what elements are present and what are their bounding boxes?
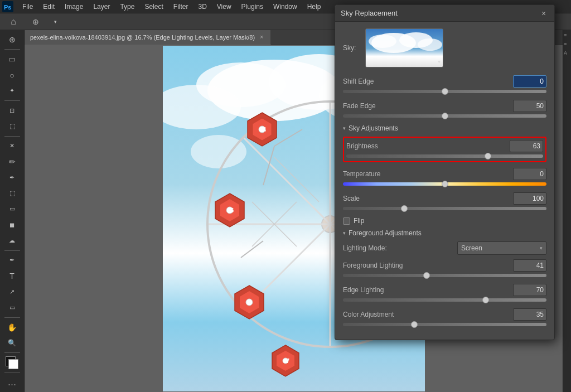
menu-plugins[interactable]: Plugins: [237, 2, 268, 12]
panel-btn-2[interactable]: ≡: [564, 41, 570, 48]
tool-brush[interactable]: ✏: [3, 154, 21, 169]
temperature-label: Temperature: [343, 170, 513, 178]
tool-lasso[interactable]: ○: [3, 68, 21, 83]
home-btn[interactable]: ⌂: [4, 14, 22, 30]
shift-edge-slider-thumb[interactable]: [442, 88, 448, 95]
tool-pen[interactable]: ✒: [3, 253, 21, 268]
tool-hand[interactable]: ✋: [3, 320, 21, 335]
tool-move[interactable]: ⊕: [3, 32, 21, 47]
tool-crop[interactable]: ⊡: [3, 103, 21, 118]
edge-lighting-slider-row: [343, 298, 546, 302]
brightness-highlighted-row: Brightness: [343, 137, 546, 162]
fade-edge-slider-track[interactable]: [343, 114, 546, 118]
brightness-input[interactable]: [510, 140, 543, 152]
fade-edge-input[interactable]: [513, 100, 546, 112]
tool-clone[interactable]: ✒: [3, 170, 21, 185]
sky-preview[interactable]: ▾: [365, 28, 443, 67]
tool-marquee[interactable]: ▭: [3, 52, 21, 66]
temperature-input[interactable]: [513, 168, 546, 180]
document-tab[interactable]: pexels-elina-volkova-18403914.jpg @ 16.7…: [25, 30, 271, 45]
temperature-row: Temperature: [343, 168, 546, 180]
sky-label: Sky:: [343, 44, 360, 52]
fade-edge-slider-thumb[interactable]: [442, 113, 448, 119]
flip-checkbox[interactable]: [343, 217, 350, 225]
shift-edge-input[interactable]: [513, 75, 546, 88]
menu-3d[interactable]: 3D: [193, 2, 211, 12]
scale-row: Scale: [343, 192, 546, 205]
tool-zoom[interactable]: 🔍: [3, 336, 21, 350]
menu-select[interactable]: Select: [140, 2, 167, 12]
foreground-lighting-input[interactable]: [513, 259, 546, 272]
tool-history[interactable]: ⬚: [3, 186, 21, 200]
menu-type[interactable]: Type: [115, 2, 139, 12]
menu-file[interactable]: File: [18, 2, 37, 12]
sky-adjustments-header[interactable]: ▾ Sky Adjustments: [343, 124, 546, 132]
right-side-panel: ≡ ≡ A: [563, 30, 571, 392]
tool-blur[interactable]: ☁: [3, 233, 21, 248]
panel-btn-3[interactable]: A: [564, 50, 570, 57]
dialog-close-btn[interactable]: ×: [539, 8, 549, 18]
color-adjustment-slider-track[interactable]: [343, 323, 546, 326]
sky-adjustments-arrow: ▾: [343, 125, 346, 131]
fade-edge-row: Fade Edge: [343, 100, 546, 112]
edge-lighting-slider-thumb[interactable]: [482, 297, 489, 303]
dialog-title: Sky Replacement: [341, 9, 398, 17]
foreground-adjustments-header[interactable]: ▾ Foreground Adjustments: [343, 229, 546, 237]
scale-slider-thumb[interactable]: [401, 205, 408, 212]
menu-view[interactable]: View: [212, 2, 236, 12]
brightness-slider-thumb[interactable]: [485, 153, 491, 159]
foreground-adjustments-arrow: ▾: [343, 230, 346, 236]
tool-separator-3: [4, 136, 20, 137]
tool-text[interactable]: T: [3, 269, 21, 283]
tab-close-btn[interactable]: ×: [258, 34, 265, 41]
tool-gradient[interactable]: ◼: [3, 217, 21, 232]
move-tool-dropdown[interactable]: ▾: [46, 14, 64, 30]
svg-text:17: 17: [283, 358, 290, 364]
temperature-slider-thumb[interactable]: [442, 181, 448, 187]
color-adjustment-slider-row: [343, 323, 546, 326]
menu-image[interactable]: Image: [60, 2, 88, 12]
foreground-lighting-row: Foreground Lighting: [343, 259, 546, 272]
svg-point-30: [246, 299, 253, 306]
brightness-slider-row: [346, 154, 543, 158]
edge-lighting-slider-track[interactable]: [343, 298, 546, 302]
color-adjustment-label: Color Adjustment: [343, 311, 513, 318]
lighting-mode-dropdown[interactable]: Screen ▾: [457, 241, 546, 255]
scale-slider-track[interactable]: [343, 207, 546, 210]
scale-input[interactable]: [513, 192, 546, 205]
dialog-body: Sky:: [335, 22, 554, 340]
tool-path[interactable]: ↗: [3, 284, 21, 299]
temperature-slider-track[interactable]: [343, 182, 546, 186]
tool-separator-1: [4, 49, 20, 50]
lighting-mode-label: Lighting Mode:: [343, 244, 457, 252]
ps-logo: Ps: [2, 1, 13, 12]
menu-edit[interactable]: Edit: [38, 2, 59, 12]
tool-more[interactable]: …: [3, 375, 21, 390]
tool-healing[interactable]: ✕: [3, 139, 21, 153]
color-adjustment-slider-thumb[interactable]: [411, 321, 418, 328]
left-toolbar: ⊕ ▭ ○ ✦ ⊡ ⬚ ✕ ✏ ✒ ⬚ ▭ ◼ ☁ ✒ T ↗ ▭ ✋ 🔍 …: [0, 30, 25, 392]
menu-window[interactable]: Window: [269, 2, 302, 12]
tool-eraser[interactable]: ▭: [3, 202, 21, 216]
menu-filter[interactable]: Filter: [169, 2, 193, 12]
temperature-slider-row: [343, 182, 546, 186]
flip-row: Flip: [343, 217, 546, 225]
edge-lighting-label: Edge Lighting: [343, 286, 513, 294]
foreground-lighting-slider-track[interactable]: [343, 274, 546, 277]
tool-eyedropper[interactable]: ⬚: [3, 119, 21, 133]
edge-lighting-input[interactable]: [513, 284, 546, 296]
lighting-mode-value: Screen: [461, 244, 482, 252]
shift-edge-slider-track[interactable]: [343, 90, 546, 93]
panel-btn-1[interactable]: ≡: [564, 32, 570, 39]
foreground-color[interactable]: [6, 356, 19, 369]
brightness-slider-track[interactable]: [346, 154, 543, 158]
menu-help[interactable]: Help: [303, 2, 326, 12]
dialog-titlebar: Sky Replacement ×: [335, 5, 554, 22]
tool-magic-wand[interactable]: ✦: [3, 84, 21, 98]
move-tool-options[interactable]: ⊕: [27, 14, 45, 30]
color-adjustment-input[interactable]: [513, 308, 546, 321]
foreground-lighting-slider-thumb[interactable]: [423, 272, 430, 279]
tool-shape[interactable]: ▭: [3, 301, 21, 315]
svg-text:Ps: Ps: [4, 4, 11, 11]
menu-layer[interactable]: Layer: [89, 2, 114, 12]
